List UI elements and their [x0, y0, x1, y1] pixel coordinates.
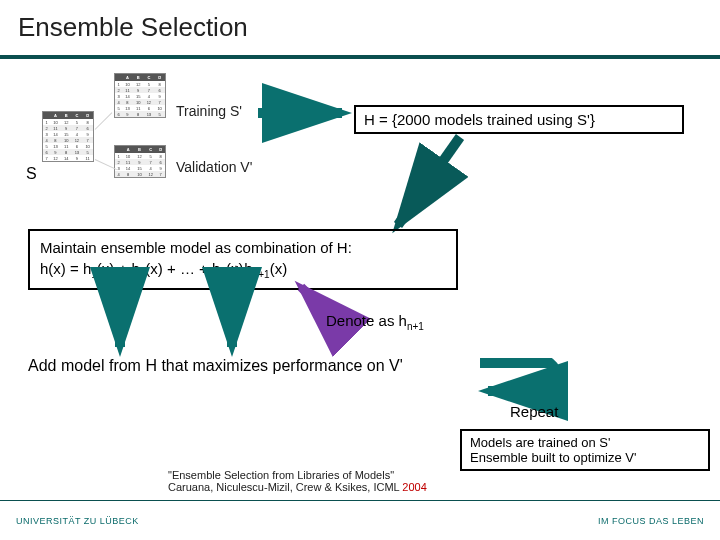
arrow-validation-to-add	[222, 285, 242, 357]
h-models-box: H = {2000 models trained using S'}	[354, 105, 684, 134]
citation-authors: Caruana, Niculescu-Mizil, Crew & Ksikes,…	[168, 481, 427, 493]
arrow-training-to-h	[258, 105, 352, 121]
split-line	[95, 112, 113, 130]
add-model-line: Add model from H that maximizes performa…	[28, 357, 403, 375]
svg-line-2	[301, 287, 325, 311]
summary-line1: Models are trained on S'	[470, 435, 700, 450]
citation-title: "Ensemble Selection from Libraries of Mo…	[168, 469, 427, 481]
svg-line-1	[398, 137, 460, 225]
denote-text: Denote as hn+1	[326, 312, 424, 332]
summary-line2: Ensemble built to optimize V'	[470, 450, 700, 465]
footer-left: UNIVERSITÄT ZU LÜBECK	[16, 516, 139, 526]
table-s: ABCD 1101258 211976 3141549 4810127 5131…	[42, 111, 94, 162]
table-validation: ABCD 1101258 211976 3141549 4810127	[114, 145, 166, 178]
summary-box: Models are trained on S' Ensemble built …	[460, 429, 710, 471]
main-line2: h(x) = h1(x) + h2(x) + … + hn(x)+ hn+1(x…	[40, 258, 446, 282]
table-training: ABCD 1101258 211976 3141549 4810127 5131…	[114, 73, 166, 118]
citation: "Ensemble Selection from Libraries of Mo…	[168, 469, 427, 493]
repeat-label: Repeat	[510, 403, 558, 420]
slide-title: Ensemble Selection	[0, 0, 720, 49]
footer-right: IM FOCUS DAS LEBEN	[598, 516, 704, 526]
content-area: ABCD 1101258 211976 3141549 4810127 5131…	[0, 59, 720, 499]
arrow-h-to-mainbox	[390, 133, 470, 233]
training-label: Training S'	[176, 103, 242, 119]
main-line1: Maintain ensemble model as combination o…	[40, 237, 446, 258]
slide-footer: UNIVERSITÄT ZU LÜBECK IM FOCUS DAS LEBEN	[0, 500, 720, 540]
repeat-loop-icon	[470, 355, 580, 395]
arrow-denote-to-box	[295, 283, 335, 315]
arrow-mainbox-to-add	[110, 285, 130, 357]
s-label: S	[26, 165, 37, 183]
validation-label: Validation V'	[176, 159, 252, 175]
ensemble-definition-box: Maintain ensemble model as combination o…	[28, 229, 458, 290]
